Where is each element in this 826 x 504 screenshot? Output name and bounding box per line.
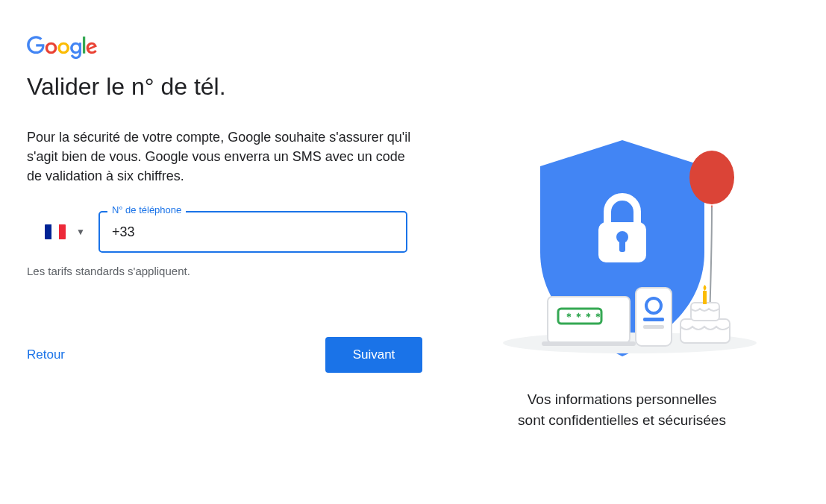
back-button[interactable]: Retour — [27, 341, 65, 368]
flag-france-icon — [45, 224, 66, 239]
svg-rect-8 — [542, 341, 636, 346]
svg-rect-12 — [643, 325, 664, 329]
caption-line-1: Vos informations personnelles — [528, 391, 716, 407]
phone-field-label: N° de téléphone — [107, 204, 186, 215]
svg-rect-9 — [636, 288, 672, 346]
svg-rect-11 — [643, 318, 664, 321]
next-button[interactable]: Suivant — [325, 337, 422, 373]
google-logo — [27, 36, 430, 60]
page-title: Valider le n° de tél. — [27, 73, 430, 101]
chevron-down-icon: ▼ — [76, 227, 85, 237]
svg-point-3 — [689, 151, 734, 204]
svg-rect-15 — [703, 291, 707, 304]
privacy-illustration: ＊＊＊＊ — [481, 118, 764, 371]
svg-rect-13 — [680, 319, 730, 343]
country-code-select[interactable]: ▼ — [43, 220, 87, 244]
svg-text:＊＊＊＊: ＊＊＊＊ — [564, 311, 603, 322]
phone-input[interactable] — [98, 211, 407, 253]
instruction-text: Pour la sécurité de votre compte, Google… — [27, 127, 415, 186]
svg-rect-2 — [619, 240, 625, 252]
privacy-caption: Vos informations personnelles sont confi… — [518, 389, 726, 430]
caption-line-2: sont confidentielles et sécurisées — [518, 412, 726, 428]
sms-rates-disclaimer: Les tarifs standards s'appliquent. — [27, 265, 430, 277]
